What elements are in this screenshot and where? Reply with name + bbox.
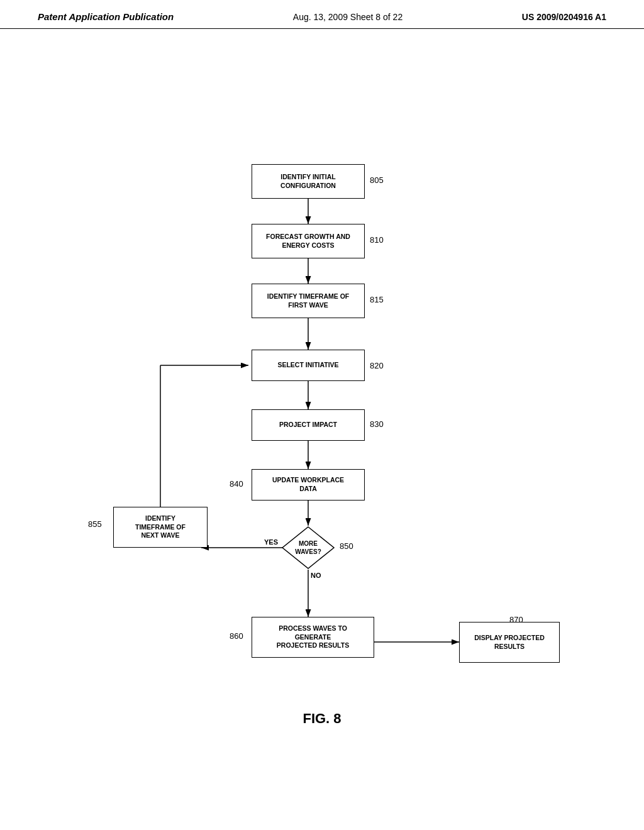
box-870: DISPLAY PROJECTED RESULTS <box>459 622 560 663</box>
yes-label: YES <box>264 538 278 546</box>
box-840-label: UPDATE WORKPLACE DATA <box>272 476 344 493</box>
step-810-label: 810 <box>370 235 384 245</box>
box-815-label: IDENTIFY TIMEFRAME OF FIRST WAVE <box>267 292 349 309</box>
step-855-label: 855 <box>88 519 102 529</box>
diamond-850-label: MORE WAVES? <box>295 540 321 556</box>
step-870-label: 870 <box>509 615 523 624</box>
box-805-label: IDENTIFY INITIAL CONFIGURATION <box>280 173 336 190</box>
diagram-area: IDENTIFY INITIAL CONFIGURATION 805 FOREC… <box>0 29 644 752</box>
box-855-label: IDENTIFY TIMEFRAME OF NEXT WAVE <box>135 514 186 540</box>
box-860: PROCESS WAVES TO GENERATE PROJECTED RESU… <box>252 617 374 658</box>
box-860-label: PROCESS WAVES TO GENERATE PROJECTED RESU… <box>277 624 349 650</box>
box-830-label: PROJECT IMPACT <box>279 421 337 429</box>
box-870-label: DISPLAY PROJECTED RESULTS <box>474 634 544 651</box>
figure-caption: FIG. 8 <box>0 711 644 727</box>
box-810: FORECAST GROWTH AND ENERGY COSTS <box>252 224 365 258</box>
box-820: SELECT INITIATIVE <box>252 350 365 381</box>
step-815-label: 815 <box>370 295 384 304</box>
box-810-label: FORECAST GROWTH AND ENERGY COSTS <box>266 233 350 250</box>
step-860-label: 860 <box>230 631 243 641</box>
box-805: IDENTIFY INITIAL CONFIGURATION <box>252 164 365 199</box>
step-840-label: 840 <box>230 479 243 489</box>
box-815: IDENTIFY TIMEFRAME OF FIRST WAVE <box>252 284 365 318</box>
box-855: IDENTIFY TIMEFRAME OF NEXT WAVE <box>113 507 208 548</box>
step-805-label: 805 <box>370 175 384 185</box>
box-830: PROJECT IMPACT <box>252 409 365 441</box>
step-850-label: 850 <box>340 541 353 551</box>
diamond-850: MORE WAVES? <box>281 526 335 570</box>
step-830-label: 830 <box>370 419 384 429</box>
page-header: Patent Application Publication Aug. 13, … <box>0 0 644 29</box>
box-820-label: SELECT INITIATIVE <box>277 361 338 370</box>
step-820-label: 820 <box>370 361 384 370</box>
publication-number: US 2009/0204916 A1 <box>522 12 606 22</box>
box-840: UPDATE WORKPLACE DATA <box>252 469 365 501</box>
publication-date: Aug. 13, 2009 Sheet 8 of 22 <box>293 12 402 22</box>
no-label: NO <box>311 572 321 579</box>
publication-title: Patent Application Publication <box>38 11 174 22</box>
